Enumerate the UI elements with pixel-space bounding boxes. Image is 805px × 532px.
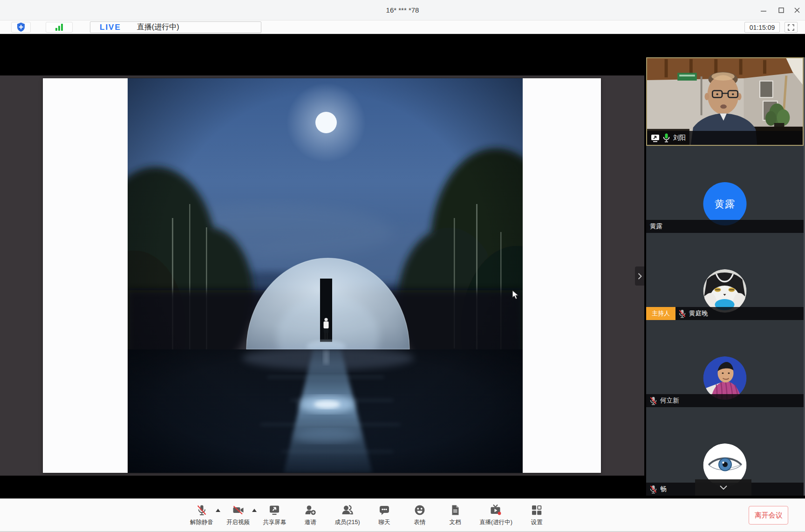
slide-image-night-dome xyxy=(128,78,523,473)
avatar xyxy=(703,356,747,400)
close-icon xyxy=(794,7,800,13)
participant-namebar: 黄露 xyxy=(646,220,804,233)
unmute-button[interactable]: 解除静音 xyxy=(190,503,213,529)
chat-bubble-icon xyxy=(378,503,390,518)
chat-button[interactable]: 聊天 xyxy=(373,503,396,529)
camera-off-icon xyxy=(232,503,245,518)
avatar xyxy=(703,269,747,313)
members-icon xyxy=(341,503,354,518)
emoji-button[interactable]: 表情 xyxy=(409,503,431,529)
minimize-button[interactable] xyxy=(757,5,770,16)
avatar-initials: 黄露 xyxy=(715,198,735,211)
mic-muted-icon xyxy=(196,503,208,518)
live-status-text: 直播(进行中) xyxy=(137,22,179,32)
avatar: 黄露 xyxy=(703,182,747,225)
participant-name: 畅 xyxy=(660,485,667,493)
mic-options-caret[interactable] xyxy=(216,509,220,512)
window-titlebar: 16* *** *78 xyxy=(0,0,805,20)
meeting-timer: 01:15:09 xyxy=(744,22,780,33)
maximize-icon xyxy=(778,7,784,13)
screen-sharing-indicator-icon xyxy=(651,134,660,142)
security-shield-button[interactable] xyxy=(11,22,31,33)
video-options-caret[interactable] xyxy=(252,509,257,512)
signal-bars-icon xyxy=(55,24,63,31)
share-screen-icon xyxy=(268,503,280,518)
shield-icon xyxy=(16,22,26,32)
invite-button[interactable]: 邀请 xyxy=(299,503,321,529)
network-signal-button[interactable] xyxy=(46,22,73,33)
document-icon xyxy=(449,503,461,518)
shared-screen-stage xyxy=(0,34,644,498)
toolbar-buttons-row: 解除静音 开启视频 共享屏幕 xyxy=(190,503,548,529)
participant-name: 黄露 xyxy=(650,222,662,231)
cat-avatar-image xyxy=(703,269,747,313)
settings-grid-icon xyxy=(531,503,543,518)
members-button[interactable]: 成员(215) xyxy=(334,503,360,529)
chevron-down-icon xyxy=(720,485,727,490)
minimize-icon xyxy=(761,7,766,13)
participant-name: 刘阳 xyxy=(673,134,686,142)
live-label: LIVE xyxy=(100,23,121,32)
collapse-sidebar-tab[interactable] xyxy=(635,266,644,286)
photo-avatar-image xyxy=(703,356,747,400)
mic-muted-icon xyxy=(650,485,657,494)
emoji-smiley-icon xyxy=(414,503,426,518)
invite-person-icon xyxy=(304,503,317,518)
host-badge: 主持人 xyxy=(646,307,675,320)
live-tv-icon xyxy=(489,503,502,518)
presentation-slide xyxy=(43,78,601,473)
chevron-right-icon xyxy=(638,273,642,280)
maximize-button[interactable] xyxy=(775,5,787,16)
participant-name: 何立新 xyxy=(660,396,679,405)
meeting-statusbar: LIVE 直播(进行中) 01:15:09 xyxy=(0,20,805,34)
participant-tile-huanglu[interactable]: 黄露 黄露 xyxy=(646,146,804,233)
share-screen-button[interactable]: 共享屏幕 xyxy=(263,503,286,529)
participant-namebar: 刘阳 xyxy=(647,131,803,145)
mic-on-icon xyxy=(663,133,670,143)
participants-sidebar: 刘阳 黄露 黄露 xyxy=(644,34,805,498)
collapse-participants-button[interactable] xyxy=(695,479,751,496)
participant-name: 黄庭晚 xyxy=(689,309,708,318)
start-video-button[interactable]: 开启视频 xyxy=(226,503,250,529)
close-button[interactable] xyxy=(791,5,803,16)
fullscreen-button[interactable] xyxy=(785,22,798,33)
documents-button[interactable]: 文档 xyxy=(444,503,466,529)
participant-tile-huangtingwan[interactable]: 主持人 黄庭晚 xyxy=(646,233,804,320)
mic-muted-icon xyxy=(650,396,657,405)
mouse-cursor xyxy=(512,290,520,300)
live-streaming-button[interactable]: 直播(进行中) xyxy=(479,503,512,529)
participant-tile-helixin[interactable]: 何立新 xyxy=(646,320,804,407)
window-title: 16* *** *78 xyxy=(0,0,805,20)
meeting-toolbar: 解除静音 开启视频 共享屏幕 xyxy=(0,498,805,532)
participant-namebar: 何立新 xyxy=(646,394,804,407)
shared-content-background xyxy=(0,75,644,476)
live-status-badge[interactable]: LIVE 直播(进行中) xyxy=(90,21,261,33)
fullscreen-icon xyxy=(788,24,794,31)
participant-namebar: 主持人 黄庭晚 xyxy=(646,307,804,320)
participant-tile-liuyang[interactable]: 刘阳 xyxy=(646,57,804,146)
settings-button[interactable]: 设置 xyxy=(525,503,548,529)
mic-muted-icon xyxy=(679,309,686,318)
leave-meeting-button[interactable]: 离开会议 xyxy=(749,506,788,525)
